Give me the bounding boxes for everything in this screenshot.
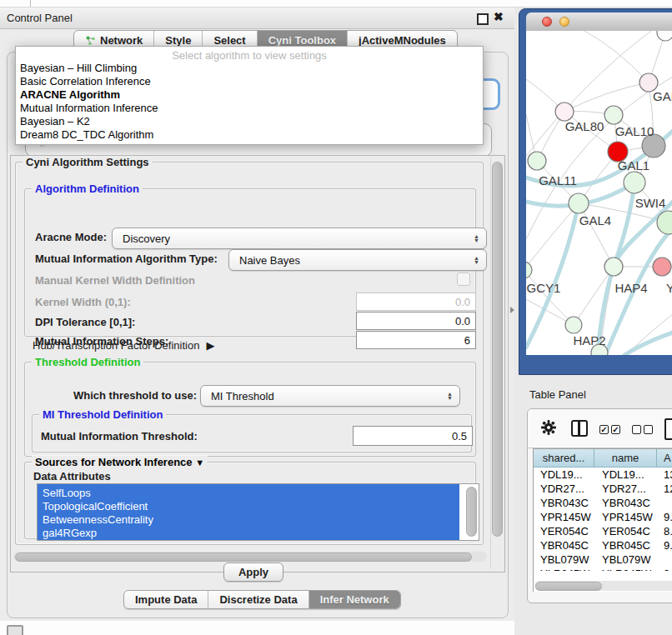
gear-icon[interactable] — [541, 420, 556, 435]
algorithm-option[interactable]: Dream8 DC_TDC Algorithm — [16, 128, 483, 142]
dpi-tolerance-field[interactable]: 0.0 — [356, 312, 476, 330]
zoom-window-icon[interactable] — [577, 17, 587, 27]
which-threshold-combo[interactable]: MI Threshold ▲▼ — [200, 385, 460, 407]
bottom-tab-impute-data[interactable]: Impute Data — [124, 591, 208, 608]
network-canvas[interactable]: GAL7GAL80GAL10GAL1GAL11GAL4SWI4GCY1HAP4Y… — [526, 31, 672, 355]
table-cell: YER054C — [540, 525, 589, 538]
splitpane-arrow-icon[interactable] — [510, 307, 514, 313]
node-gcy1[interactable] — [526, 262, 532, 278]
node-gal4[interactable] — [569, 193, 589, 213]
collapse-down-icon: ▼ — [195, 458, 204, 468]
algorithm-option[interactable]: Bayesian – K2 — [16, 115, 483, 128]
network-graph[interactable]: GAL7GAL80GAL10GAL1GAL11GAL4SWI4GCY1HAP4Y… — [526, 31, 672, 355]
network-edge-thick[interactable] — [624, 332, 672, 355]
column-header[interactable]: shared... — [534, 449, 594, 467]
network-edge-thick[interactable] — [614, 182, 634, 267]
bottom-tab-infer-network[interactable]: Infer Network — [309, 591, 400, 608]
algorithm-option[interactable]: Bayesian – Hill Climbing — [16, 62, 483, 75]
tab-label: Impute Data — [135, 593, 197, 606]
data-attribute-item[interactable]: BetweennessCentrality — [38, 513, 459, 527]
table-cell: YPR145W — [602, 511, 653, 523]
threshold-definition-title: Threshold Definition — [32, 356, 143, 368]
algorithm-option[interactable]: Basic Correlation Inference — [16, 75, 483, 88]
table-row[interactable]: YBR045CYBR045C9. — [534, 538, 672, 552]
node-partial-top[interactable] — [657, 31, 672, 41]
file-icon[interactable] — [664, 418, 672, 440]
node-gal11[interactable] — [528, 152, 546, 170]
mi-steps-value: 6 — [464, 334, 470, 347]
table-row[interactable]: YDR27...YDR27...12 — [534, 482, 672, 496]
node-gal10[interactable] — [604, 106, 623, 124]
mi-steps-field[interactable]: 6 — [356, 331, 476, 349]
kernel-width-field[interactable]: 0.0 — [356, 292, 476, 311]
select-all-checks-icon[interactable]: ✓ ✓ — [599, 425, 620, 434]
algorithm-option[interactable]: ARACNE Algorithm — [16, 88, 483, 102]
node-gal1[interactable] — [624, 172, 645, 193]
node-hap4[interactable] — [604, 258, 623, 276]
table-row[interactable]: YLR345WYLR345W9. — [534, 567, 672, 571]
column-header[interactable]: name — [594, 449, 657, 467]
tab-label: Select — [213, 34, 245, 47]
mi-threshold-label: Mutual Information Threshold: — [41, 427, 198, 445]
network-node-label: GAL1 — [618, 158, 649, 172]
stepper-arrows-icon: ▲▼ — [474, 234, 479, 242]
list-vertical-scrollbar[interactable] — [466, 486, 476, 538]
bottom-tab-discretize-data[interactable]: Discretize Data — [208, 591, 308, 608]
network-icon — [85, 35, 96, 46]
table-row[interactable]: YER054CYER054C8. — [534, 524, 672, 538]
table-row[interactable]: YPR145WYPR145W9. — [534, 510, 672, 524]
which-threshold-value: MI Threshold — [211, 390, 274, 402]
data-attribute-item[interactable]: TopologicalCoefficient — [38, 500, 459, 513]
close-panel-icon[interactable]: ✖ — [494, 10, 504, 23]
data-attribute-item[interactable]: SelfLoops — [38, 487, 459, 500]
top-strip — [0, 0, 672, 8]
data-attributes-list[interactable]: SelfLoopsTopologicalCoefficientBetweenne… — [37, 483, 479, 541]
kernel-width-value: 0.0 — [455, 296, 470, 308]
network-node-label: GAL80 — [565, 119, 604, 133]
table-cell: YBR043C — [540, 497, 589, 509]
tab-label: Network — [100, 34, 143, 47]
table-cell: YER054C — [602, 525, 650, 538]
apply-button[interactable]: Apply — [223, 562, 283, 582]
node-salmon[interactable] — [653, 258, 671, 276]
network-view-window: GAL7GAL80GAL10GAL1GAL11GAL4SWI4GCY1HAP4Y… — [519, 8, 672, 375]
minimize-window-icon[interactable] — [559, 17, 569, 27]
algorithm-option[interactable]: Mutual Information Inference — [16, 102, 483, 115]
settings-vertical-scrollbar[interactable] — [490, 157, 503, 569]
sources-group-title[interactable]: Sources for Network Inference ▼ — [32, 456, 208, 468]
float-panel-icon[interactable] — [477, 13, 489, 25]
mi-algorithm-type-combo[interactable]: Naive Bayes ▲▼ — [228, 249, 487, 271]
table-cell: 9. — [664, 568, 672, 571]
table-toolbar: ✓ ✓ — [528, 409, 672, 448]
node-hap2[interactable] — [565, 317, 582, 333]
bottom-tabbar: Impute DataDiscretize DataInfer Network — [123, 590, 401, 609]
table-row[interactable]: YBL079WYBL079W — [534, 552, 672, 567]
table-row[interactable]: YDL19...YDL19...13 — [534, 468, 672, 482]
columns-icon[interactable] — [571, 420, 588, 437]
node-gal80[interactable] — [555, 102, 574, 121]
grip-icon[interactable] — [7, 625, 23, 635]
deselect-all-checks-icon[interactable] — [632, 425, 653, 434]
kernel-width-label: Kernel Width (0,1): — [35, 292, 131, 311]
top-strip-divider — [30, 0, 31, 7]
table-horizontal-scrollbar[interactable] — [534, 581, 672, 591]
column-header[interactable]: A — [657, 449, 672, 467]
table-panel: ✓ ✓ shared... name A YDL19...YDL19...13Y… — [527, 408, 672, 603]
hub-definition-toggle[interactable]: Hub/Transcription Factor Definition ▶ — [33, 338, 214, 352]
algorithm-dropdown: Select algorithm to view settings Bayesi… — [15, 46, 484, 145]
table-cell: YDL19... — [602, 468, 644, 481]
data-attribute-item[interactable]: gal4RGexp — [38, 527, 459, 540]
table-cell: YBR045C — [540, 539, 589, 552]
table-cell: YDR27... — [602, 482, 646, 495]
table-row[interactable]: YBR043CYBR043C — [534, 496, 672, 510]
table-cell: YDR27... — [540, 482, 584, 495]
settings-horizontal-scrollbar[interactable] — [13, 552, 487, 562]
manual-kernel-width-checkbox[interactable] — [457, 272, 470, 286]
network-window-titlebar[interactable] — [526, 12, 672, 32]
mi-threshold-field[interactable]: 0.5 — [353, 426, 473, 446]
aracne-mode-combo[interactable]: Discovery ▲▼ — [112, 228, 487, 249]
network-edge[interactable] — [584, 31, 649, 82]
close-window-icon[interactable] — [542, 17, 552, 27]
mi-algorithm-type-label: Mutual Information Algorithm Type: — [35, 249, 218, 268]
table-cell: YBR045C — [602, 539, 650, 552]
